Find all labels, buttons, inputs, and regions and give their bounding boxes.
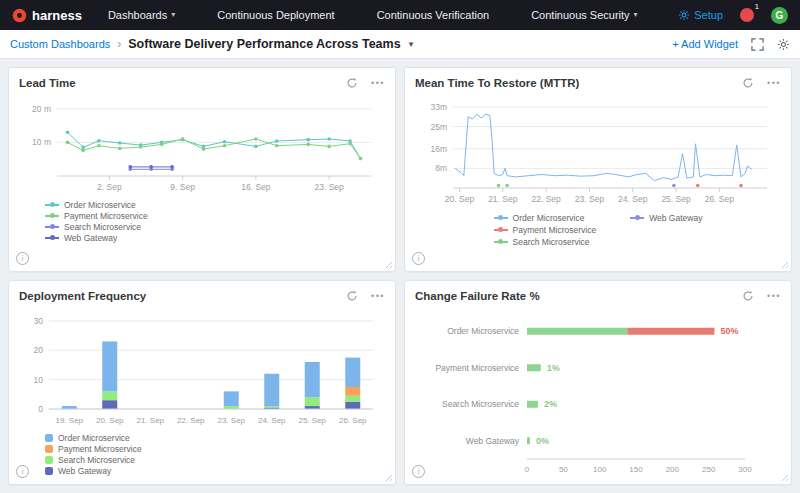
widget-header: Lead Time••• [19, 74, 385, 92]
widget-actions: ••• [346, 77, 385, 89]
info-icon[interactable]: i [16, 252, 29, 265]
widget-deployment_frequency: Deployment Frequency•••010203019. Sep20.… [8, 280, 396, 485]
svg-text:10 m: 10 m [32, 137, 51, 147]
breadcrumb-parent-link[interactable]: Custom Dashboards [10, 38, 110, 50]
legend-item[interactable]: Web Gateway [45, 465, 385, 476]
svg-text:2. Sep: 2. Sep [97, 182, 122, 192]
menu-item-continuous-security[interactable]: Continuous Security▾ [531, 9, 637, 21]
avatar-initial: G [776, 10, 784, 21]
legend-label: Payment Microservice [58, 444, 142, 454]
widget-change_failure_rate: Change Failure Rate %•••0501001502002503… [404, 280, 792, 485]
legend-label: Payment Microservice [513, 225, 597, 235]
svg-text:1%: 1% [547, 363, 560, 373]
info-icon[interactable]: i [412, 252, 425, 265]
svg-text:23. Sep: 23. Sep [575, 194, 605, 204]
legend-marker-icon [494, 226, 508, 234]
more-options-icon[interactable]: ••• [767, 78, 781, 88]
widget-legend: Order MicroservicePayment MicroserviceSe… [45, 432, 385, 476]
svg-text:19. Sep: 19. Sep [55, 416, 83, 425]
fullscreen-icon[interactable] [751, 38, 764, 51]
svg-text:Search Microservice: Search Microservice [442, 399, 519, 409]
legend-label: Order Microservice [513, 213, 585, 223]
legend-item[interactable]: Order Microservice [494, 212, 597, 223]
setup-label: Setup [694, 9, 723, 21]
svg-text:2%: 2% [544, 399, 557, 409]
legend-item[interactable]: Order Microservice [45, 432, 385, 443]
svg-text:50%: 50% [720, 326, 738, 336]
svg-text:24. Sep: 24. Sep [258, 416, 286, 425]
widget-legend: Order MicroservicePayment MicroserviceSe… [415, 212, 781, 248]
menu-item-label: Dashboards [108, 9, 167, 21]
main-menu: Dashboards▾Continuous DeploymentContinuo… [108, 9, 638, 21]
dashboard-settings-icon[interactable] [777, 38, 790, 51]
user-avatar[interactable]: G [771, 7, 788, 24]
setup-link[interactable]: Setup [678, 9, 723, 21]
legend-item[interactable]: Payment Microservice [45, 210, 385, 221]
refresh-icon[interactable] [742, 77, 754, 89]
refresh-icon[interactable] [742, 290, 754, 302]
svg-text:33m: 33m [430, 102, 447, 112]
svg-text:21. Sep: 21. Sep [488, 194, 518, 204]
notification-badge: 1 [755, 2, 759, 11]
widget-actions: ••• [346, 290, 385, 302]
add-widget-button[interactable]: + Add Widget [672, 38, 738, 50]
breadcrumb-separator: › [117, 37, 121, 51]
refresh-icon[interactable] [346, 77, 358, 89]
legend-marker-icon [45, 434, 53, 442]
legend-label: Search Microservice [64, 222, 141, 232]
legend-item[interactable]: Web Gateway [45, 232, 385, 243]
toolbar-actions: + Add Widget [672, 38, 790, 51]
legend-item[interactable]: Payment Microservice [45, 443, 385, 454]
widget-mttr: Mean Time To Restore (MTTR)•••8m16m25m33… [404, 67, 792, 272]
info-icon[interactable]: i [16, 465, 29, 478]
legend-item[interactable]: Web Gateway [630, 212, 702, 223]
menu-item-label: Continuous Deployment [217, 9, 334, 21]
chart-canvas: 010203019. Sep20. Sep21. Sep22. Sep23. S… [19, 307, 383, 427]
menu-item-dashboards[interactable]: Dashboards▾ [108, 9, 175, 21]
info-icon[interactable]: i [412, 465, 425, 478]
svg-text:10: 10 [34, 375, 44, 385]
notifications-button[interactable]: 1 [740, 8, 754, 22]
svg-text:200: 200 [666, 465, 680, 474]
legend-marker-icon [45, 456, 53, 464]
legend-item[interactable]: Order Microservice [45, 199, 385, 210]
legend-item[interactable]: Payment Microservice [494, 224, 597, 235]
legend-item[interactable]: Search Microservice [494, 236, 597, 247]
more-options-icon[interactable]: ••• [767, 291, 781, 301]
legend-label: Order Microservice [64, 200, 136, 210]
title-caret-icon[interactable]: ▾ [409, 39, 414, 49]
chart-canvas: 8m16m25m33m20. Sep21. Sep22. Sep23. Sep2… [415, 94, 779, 206]
breadcrumb-bar: Custom Dashboards › Software Delivery Pe… [0, 30, 800, 59]
legend-marker-icon [45, 212, 59, 220]
dashboard-grid: Lead Time•••10 m20 m2. Sep9. Sep16. Sep2… [0, 59, 800, 493]
harness-logo[interactable]: harness [12, 8, 82, 23]
widget-title: Lead Time [19, 77, 346, 89]
legend-label: Web Gateway [64, 233, 117, 243]
svg-text:50: 50 [559, 465, 568, 474]
svg-text:20 m: 20 m [32, 104, 51, 114]
chart-canvas: 050100150200250300Order Microservice50%P… [415, 307, 779, 477]
svg-text:25. Sep: 25. Sep [661, 194, 691, 204]
widget-header: Change Failure Rate %••• [415, 287, 781, 305]
brand-name: harness [32, 8, 82, 23]
menu-item-continuous-verification[interactable]: Continuous Verification [377, 9, 490, 21]
svg-text:25. Sep: 25. Sep [298, 416, 326, 425]
legend-item[interactable]: Search Microservice [45, 221, 385, 232]
svg-text:150: 150 [629, 465, 643, 474]
svg-text:26. Sep: 26. Sep [705, 194, 735, 204]
svg-text:Payment Microservice: Payment Microservice [435, 363, 519, 373]
svg-text:Web Gateway: Web Gateway [466, 436, 520, 446]
resize-handle-icon[interactable] [779, 259, 788, 268]
svg-text:Order Microservice: Order Microservice [447, 326, 519, 336]
more-options-icon[interactable]: ••• [371, 291, 385, 301]
legend-label: Search Microservice [513, 237, 590, 247]
refresh-icon[interactable] [346, 290, 358, 302]
svg-text:250: 250 [702, 465, 716, 474]
resize-handle-icon[interactable] [383, 259, 392, 268]
chevron-down-icon: ▾ [171, 11, 175, 19]
menu-item-continuous-deployment[interactable]: Continuous Deployment [217, 9, 334, 21]
more-options-icon[interactable]: ••• [371, 78, 385, 88]
legend-marker-icon [45, 467, 53, 475]
legend-item[interactable]: Search Microservice [45, 454, 385, 465]
widget-chart: 10 m20 m2. Sep9. Sep16. Sep23. Sep [19, 94, 385, 198]
